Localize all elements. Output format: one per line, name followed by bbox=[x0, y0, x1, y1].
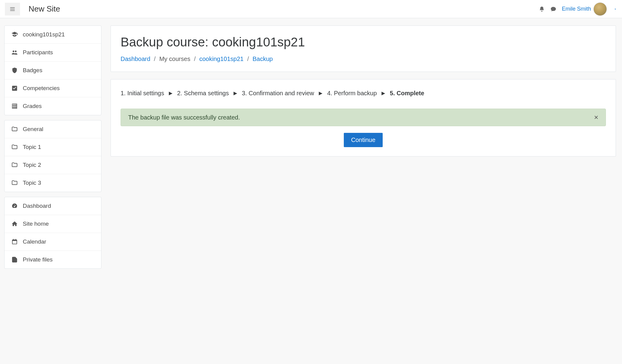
sidebar-item-topic-1[interactable]: Topic 1 bbox=[5, 138, 101, 156]
folder-icon bbox=[11, 180, 18, 186]
chevron-down-icon bbox=[613, 7, 617, 11]
calendar-icon bbox=[11, 238, 18, 245]
folder-icon bbox=[11, 144, 18, 150]
hamburger-icon bbox=[9, 6, 15, 12]
breadcrumb-mycourses: My courses bbox=[159, 56, 190, 62]
sidebar-item-general[interactable]: General bbox=[5, 120, 101, 138]
step-3: 3. Confirmation and review bbox=[242, 90, 314, 96]
sidebar-item-label: Calendar bbox=[23, 238, 46, 245]
success-alert: The backup file was successfully created… bbox=[121, 109, 606, 126]
page-body: cooking101sp21 Participants Badges Compe… bbox=[0, 18, 622, 364]
table-icon bbox=[11, 103, 18, 110]
user-menu[interactable]: Emile Smith bbox=[562, 2, 617, 16]
sidebar-item-label: Topic 1 bbox=[23, 144, 41, 150]
messages-button[interactable] bbox=[550, 6, 556, 12]
file-icon bbox=[11, 256, 18, 263]
page-title: Backup course: cooking101sp21 bbox=[121, 35, 606, 49]
backup-steps: 1. Initial settings ► 2. Schema settings… bbox=[121, 89, 606, 98]
sidebar-item-label: Topic 2 bbox=[23, 162, 41, 168]
sidebar-item-sitehome[interactable]: Site home bbox=[5, 215, 101, 233]
alert-text: The backup file was successfully created… bbox=[128, 114, 240, 121]
breadcrumb-dashboard[interactable]: Dashboard bbox=[121, 56, 150, 62]
button-row: Continue bbox=[121, 133, 606, 147]
sidebar-item-label: Topic 3 bbox=[23, 180, 41, 186]
home-icon bbox=[11, 221, 18, 227]
top-navbar: New Site Emile Smith bbox=[0, 0, 622, 18]
sidebar-item-dashboard[interactable]: Dashboard bbox=[5, 197, 101, 215]
graduation-cap-icon bbox=[11, 31, 18, 38]
sidebar-item-participants[interactable]: Participants bbox=[5, 44, 101, 62]
site-brand[interactable]: New Site bbox=[29, 4, 60, 14]
sidebar-item-label: Participants bbox=[23, 49, 53, 56]
sidebar-item-label: Competencies bbox=[23, 85, 60, 92]
step-5-current: 5. Complete bbox=[390, 90, 424, 96]
breadcrumb-sep: / bbox=[245, 56, 251, 62]
breadcrumb-sep: / bbox=[192, 56, 198, 62]
sidebar-item-label: General bbox=[23, 126, 43, 133]
shield-icon bbox=[11, 67, 18, 74]
sidebar: cooking101sp21 Participants Badges Compe… bbox=[0, 18, 106, 274]
sidebar-item-grades[interactable]: Grades bbox=[5, 97, 101, 115]
sidebar-item-competencies[interactable]: Competencies bbox=[5, 79, 101, 97]
continue-button[interactable]: Continue bbox=[344, 133, 383, 147]
folder-icon bbox=[11, 162, 18, 168]
user-name: Emile Smith bbox=[562, 6, 591, 12]
users-icon bbox=[11, 49, 18, 56]
sidebar-group-sections: General Topic 1 Topic 2 Topic 3 bbox=[4, 120, 101, 192]
hamburger-toggle[interactable] bbox=[5, 3, 20, 15]
notifications-button[interactable] bbox=[539, 6, 545, 12]
step-4: 4. Perform backup bbox=[327, 90, 377, 96]
tachometer-icon bbox=[11, 203, 18, 209]
breadcrumb-sep: / bbox=[152, 56, 158, 62]
step-arrow-icon: ► bbox=[166, 90, 176, 96]
step-2: 2. Schema settings bbox=[177, 90, 229, 96]
sidebar-item-topic-3[interactable]: Topic 3 bbox=[5, 174, 101, 192]
sidebar-item-topic-2[interactable]: Topic 2 bbox=[5, 156, 101, 174]
sidebar-item-privatefiles[interactable]: Private files bbox=[5, 251, 101, 268]
avatar bbox=[593, 2, 607, 16]
step-arrow-icon: ► bbox=[316, 90, 326, 96]
sidebar-item-label: cooking101sp21 bbox=[23, 31, 65, 38]
sidebar-item-label: Private files bbox=[23, 256, 53, 263]
check-square-icon bbox=[11, 85, 18, 92]
sidebar-item-course[interactable]: cooking101sp21 bbox=[5, 26, 101, 44]
main-region: Backup course: cooking101sp21 Dashboard … bbox=[106, 18, 622, 171]
sidebar-group-course: cooking101sp21 Participants Badges Compe… bbox=[4, 25, 101, 115]
sidebar-item-calendar[interactable]: Calendar bbox=[5, 233, 101, 251]
alert-close-button[interactable]: × bbox=[594, 114, 598, 121]
folder-icon bbox=[11, 126, 18, 133]
step-arrow-icon: ► bbox=[231, 90, 240, 96]
sidebar-item-label: Dashboard bbox=[23, 203, 51, 209]
step-1: 1. Initial settings bbox=[121, 90, 164, 96]
step-arrow-icon: ► bbox=[378, 90, 388, 96]
chat-icon bbox=[550, 6, 556, 12]
content-card: 1. Initial settings ► 2. Schema settings… bbox=[111, 79, 616, 157]
sidebar-item-badges[interactable]: Badges bbox=[5, 62, 101, 79]
sidebar-item-label: Badges bbox=[23, 67, 42, 74]
header-card: Backup course: cooking101sp21 Dashboard … bbox=[111, 25, 616, 72]
sidebar-item-label: Site home bbox=[23, 221, 49, 227]
bell-icon bbox=[539, 6, 545, 12]
breadcrumb: Dashboard / My courses / cooking101sp21 … bbox=[121, 56, 606, 62]
breadcrumb-course[interactable]: cooking101sp21 bbox=[199, 56, 244, 62]
sidebar-group-site: Dashboard Site home Calendar Private fil… bbox=[4, 197, 101, 269]
sidebar-item-label: Grades bbox=[23, 103, 42, 110]
breadcrumb-backup[interactable]: Backup bbox=[252, 56, 273, 62]
